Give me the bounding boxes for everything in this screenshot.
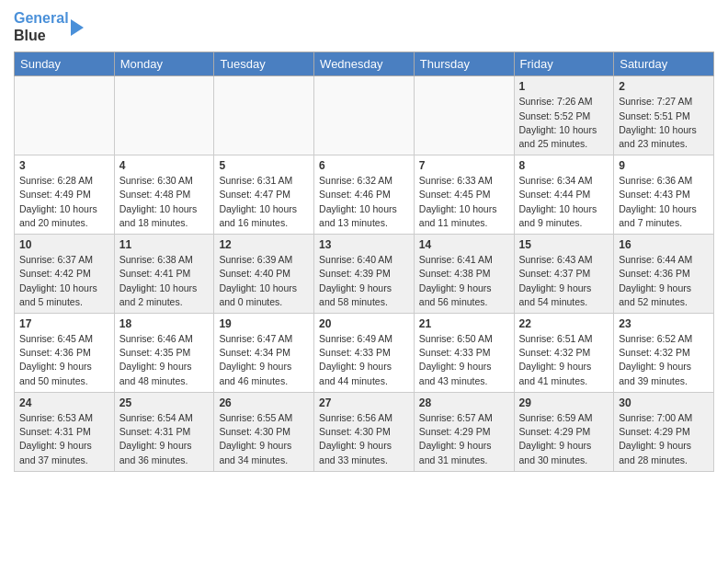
day-number: 11 [119, 238, 210, 251]
calendar-cell: 12Sunrise: 6:39 AM Sunset: 4:40 PM Dayli… [214, 235, 314, 314]
day-number: 12 [219, 238, 309, 251]
day-info: Sunrise: 6:50 AM Sunset: 4:33 PM Dayligh… [419, 332, 509, 388]
logo-arrow-icon [71, 19, 84, 36]
logo: GeneralBlue [14, 9, 84, 44]
day-info: Sunrise: 6:49 AM Sunset: 4:33 PM Dayligh… [319, 332, 409, 388]
day-info: Sunrise: 6:39 AM Sunset: 4:40 PM Dayligh… [219, 253, 309, 309]
day-info: Sunrise: 6:46 AM Sunset: 4:35 PM Dayligh… [119, 332, 210, 388]
calendar-cell [214, 76, 314, 155]
calendar-cell: 7Sunrise: 6:33 AM Sunset: 4:45 PM Daylig… [414, 155, 514, 235]
calendar-cell: 14Sunrise: 6:41 AM Sunset: 4:38 PM Dayli… [414, 235, 514, 314]
calendar-cell: 25Sunrise: 6:54 AM Sunset: 4:31 PM Dayli… [114, 392, 214, 471]
calendar-cell: 24Sunrise: 6:53 AM Sunset: 4:31 PM Dayli… [15, 392, 115, 471]
day-number: 29 [519, 396, 609, 409]
day-info: Sunrise: 6:51 AM Sunset: 4:32 PM Dayligh… [519, 332, 609, 388]
day-info: Sunrise: 6:41 AM Sunset: 4:38 PM Dayligh… [419, 253, 509, 309]
calendar-cell: 22Sunrise: 6:51 AM Sunset: 4:32 PM Dayli… [514, 314, 614, 393]
calendar-cell: 28Sunrise: 6:57 AM Sunset: 4:29 PM Dayli… [414, 392, 514, 471]
day-number: 9 [619, 159, 709, 172]
calendar-week-row: 1Sunrise: 7:26 AM Sunset: 5:52 PM Daylig… [15, 76, 714, 155]
day-number: 18 [119, 317, 210, 330]
day-info: Sunrise: 7:26 AM Sunset: 5:52 PM Dayligh… [519, 95, 609, 151]
day-number: 1 [519, 80, 609, 93]
day-info: Sunrise: 6:40 AM Sunset: 4:39 PM Dayligh… [319, 253, 409, 309]
calendar-cell: 20Sunrise: 6:49 AM Sunset: 4:33 PM Dayli… [314, 314, 415, 393]
logo-text: GeneralBlue [14, 9, 69, 44]
day-info: Sunrise: 6:59 AM Sunset: 4:29 PM Dayligh… [519, 411, 609, 467]
day-info: Sunrise: 6:44 AM Sunset: 4:36 PM Dayligh… [619, 253, 709, 309]
day-number: 7 [419, 159, 509, 172]
calendar-week-row: 24Sunrise: 6:53 AM Sunset: 4:31 PM Dayli… [15, 392, 714, 471]
day-number: 30 [619, 396, 709, 409]
calendar-cell: 15Sunrise: 6:43 AM Sunset: 4:37 PM Dayli… [514, 235, 614, 314]
day-info: Sunrise: 6:31 AM Sunset: 4:47 PM Dayligh… [219, 174, 309, 230]
calendar-cell: 11Sunrise: 6:38 AM Sunset: 4:41 PM Dayli… [114, 235, 214, 314]
calendar-cell: 4Sunrise: 6:30 AM Sunset: 4:48 PM Daylig… [114, 155, 214, 235]
calendar-cell: 19Sunrise: 6:47 AM Sunset: 4:34 PM Dayli… [214, 314, 314, 393]
day-number: 23 [619, 317, 709, 330]
calendar-cell: 23Sunrise: 6:52 AM Sunset: 4:32 PM Dayli… [614, 314, 714, 393]
calendar-cell: 2Sunrise: 7:27 AM Sunset: 5:51 PM Daylig… [614, 76, 714, 155]
calendar-cell: 27Sunrise: 6:56 AM Sunset: 4:30 PM Dayli… [314, 392, 415, 471]
day-number: 8 [519, 159, 609, 172]
weekday-header-thursday: Thursday [414, 52, 514, 76]
calendar-cell: 6Sunrise: 6:32 AM Sunset: 4:46 PM Daylig… [314, 155, 415, 235]
day-info: Sunrise: 6:30 AM Sunset: 4:48 PM Dayligh… [119, 174, 210, 230]
weekday-header-wednesday: Wednesday [314, 52, 415, 76]
weekday-header-tuesday: Tuesday [214, 52, 314, 76]
day-number: 20 [319, 317, 409, 330]
day-number: 25 [119, 396, 210, 409]
calendar-cell: 5Sunrise: 6:31 AM Sunset: 4:47 PM Daylig… [214, 155, 314, 235]
day-number: 26 [219, 396, 309, 409]
calendar-cell: 9Sunrise: 6:36 AM Sunset: 4:43 PM Daylig… [614, 155, 714, 235]
calendar-cell: 16Sunrise: 6:44 AM Sunset: 4:36 PM Dayli… [614, 235, 714, 314]
day-info: Sunrise: 7:27 AM Sunset: 5:51 PM Dayligh… [619, 95, 709, 151]
day-number: 10 [19, 238, 109, 251]
day-number: 22 [519, 317, 609, 330]
day-info: Sunrise: 6:28 AM Sunset: 4:49 PM Dayligh… [19, 174, 109, 230]
day-number: 16 [619, 238, 709, 251]
calendar-week-row: 17Sunrise: 6:45 AM Sunset: 4:36 PM Dayli… [15, 314, 714, 393]
day-number: 3 [19, 159, 109, 172]
calendar-week-row: 10Sunrise: 6:37 AM Sunset: 4:42 PM Dayli… [15, 235, 714, 314]
day-info: Sunrise: 6:38 AM Sunset: 4:41 PM Dayligh… [119, 253, 210, 309]
calendar-cell: 21Sunrise: 6:50 AM Sunset: 4:33 PM Dayli… [414, 314, 514, 393]
day-info: Sunrise: 6:55 AM Sunset: 4:30 PM Dayligh… [219, 411, 309, 467]
day-number: 19 [219, 317, 309, 330]
day-number: 15 [519, 238, 609, 251]
weekday-header-friday: Friday [514, 52, 614, 76]
day-info: Sunrise: 6:37 AM Sunset: 4:42 PM Dayligh… [19, 253, 109, 309]
calendar-cell: 17Sunrise: 6:45 AM Sunset: 4:36 PM Dayli… [15, 314, 115, 393]
calendar-header-row: SundayMondayTuesdayWednesdayThursdayFrid… [15, 52, 714, 76]
day-number: 21 [419, 317, 509, 330]
day-info: Sunrise: 6:52 AM Sunset: 4:32 PM Dayligh… [619, 332, 709, 388]
day-number: 5 [219, 159, 309, 172]
calendar-table: SundayMondayTuesdayWednesdayThursdayFrid… [14, 52, 714, 471]
calendar-cell: 29Sunrise: 6:59 AM Sunset: 4:29 PM Dayli… [514, 392, 614, 471]
weekday-header-monday: Monday [114, 52, 214, 76]
weekday-header-sunday: Sunday [15, 52, 115, 76]
calendar-cell: 30Sunrise: 7:00 AM Sunset: 4:29 PM Dayli… [614, 392, 714, 471]
day-number: 28 [419, 396, 509, 409]
calendar-cell: 1Sunrise: 7:26 AM Sunset: 5:52 PM Daylig… [514, 76, 614, 155]
page-header: GeneralBlue [14, 9, 714, 44]
day-number: 17 [19, 317, 109, 330]
day-number: 2 [619, 80, 709, 93]
day-number: 6 [319, 159, 409, 172]
day-info: Sunrise: 6:57 AM Sunset: 4:29 PM Dayligh… [419, 411, 509, 467]
weekday-header-saturday: Saturday [614, 52, 714, 76]
calendar-week-row: 3Sunrise: 6:28 AM Sunset: 4:49 PM Daylig… [15, 155, 714, 235]
day-info: Sunrise: 6:45 AM Sunset: 4:36 PM Dayligh… [19, 332, 109, 388]
day-number: 14 [419, 238, 509, 251]
calendar-cell: 13Sunrise: 6:40 AM Sunset: 4:39 PM Dayli… [314, 235, 415, 314]
day-info: Sunrise: 6:56 AM Sunset: 4:30 PM Dayligh… [319, 411, 409, 467]
day-info: Sunrise: 6:43 AM Sunset: 4:37 PM Dayligh… [519, 253, 609, 309]
calendar-cell: 10Sunrise: 6:37 AM Sunset: 4:42 PM Dayli… [15, 235, 115, 314]
day-info: Sunrise: 6:47 AM Sunset: 4:34 PM Dayligh… [219, 332, 309, 388]
calendar-cell: 18Sunrise: 6:46 AM Sunset: 4:35 PM Dayli… [114, 314, 214, 393]
calendar-cell [15, 76, 115, 155]
calendar-cell [114, 76, 214, 155]
calendar-cell: 8Sunrise: 6:34 AM Sunset: 4:44 PM Daylig… [514, 155, 614, 235]
day-number: 27 [319, 396, 409, 409]
day-info: Sunrise: 6:36 AM Sunset: 4:43 PM Dayligh… [619, 174, 709, 230]
